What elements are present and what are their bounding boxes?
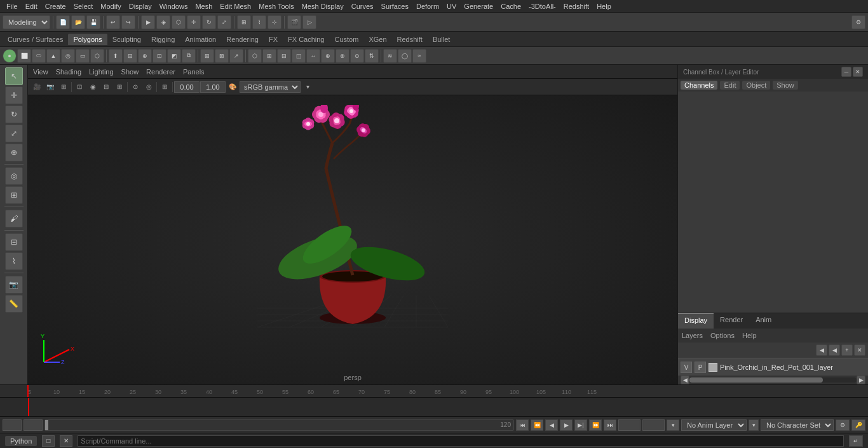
anim-layer-options-btn[interactable]: ▾ — [749, 419, 759, 431]
menu-redshift[interactable]: Redshift — [560, 1, 593, 11]
layers-menu[interactable]: Layers — [682, 332, 703, 339]
append-btn[interactable]: ⊕ — [138, 49, 152, 63]
color-space-icon[interactable]: 🎨 — [226, 81, 239, 93]
select-tool-btn[interactable]: ▶ — [141, 15, 155, 29]
menu-curves[interactable]: Curves — [348, 1, 377, 11]
extract-btn[interactable]: ↗ — [229, 49, 243, 63]
char-set-options-btn[interactable]: ⚙ — [836, 419, 850, 431]
menu-select[interactable]: Select — [70, 1, 97, 11]
out-frame-input[interactable]: 120 — [618, 419, 641, 431]
tab-fx[interactable]: FX — [264, 34, 283, 45]
connect-btn[interactable]: ⊞ — [262, 49, 276, 63]
dropdown-arrow[interactable]: ▾ — [301, 81, 314, 93]
cube-btn[interactable]: ⬜ — [17, 49, 31, 63]
options-menu[interactable]: Options — [710, 332, 735, 339]
step-back-btn[interactable]: ⏪ — [531, 419, 543, 431]
tab-rendering[interactable]: Rendering — [221, 34, 264, 45]
scale-tool-btn[interactable]: ⤢ — [217, 15, 231, 29]
layer-scrollbar[interactable]: ◀ ▶ — [678, 376, 868, 384]
cylinder-btn[interactable]: ⬭ — [32, 49, 46, 63]
viewport-canvas[interactable]: X Y Z persp — [28, 95, 677, 384]
plane-btn[interactable]: ▭ — [76, 49, 90, 63]
duplicate-face-btn[interactable]: ⧉ — [182, 49, 196, 63]
menu-edit[interactable]: Edit — [22, 1, 41, 11]
slide-edge-btn[interactable]: ↔ — [306, 49, 320, 63]
layer-prev-btn[interactable]: ◀ — [816, 344, 827, 356]
snap-to-grid[interactable]: ⊟ — [5, 233, 23, 251]
layer-delete-btn[interactable]: ✕ — [854, 344, 865, 356]
wedge-btn[interactable]: ◩ — [167, 49, 181, 63]
tab-sculpting[interactable]: Sculpting — [107, 34, 146, 45]
menu-help[interactable]: Help — [593, 1, 615, 11]
help-menu[interactable]: Help — [742, 332, 757, 339]
uv-icon[interactable]: ⊞ — [113, 81, 126, 93]
viewport-panels-menu[interactable]: Panels — [183, 68, 205, 76]
paint-weights-tool[interactable]: 🖌 — [5, 210, 23, 227]
tab-anim[interactable]: Anim — [749, 313, 778, 329]
python-tab[interactable]: Python — [5, 436, 37, 446]
menu-file[interactable]: File — [3, 1, 22, 11]
layer-playback-toggle[interactable]: P — [695, 362, 706, 373]
rotate-tool-btn[interactable]: ↻ — [202, 15, 216, 29]
menu-modify[interactable]: Modify — [97, 1, 125, 11]
viewport-shading-menu[interactable]: Shading — [56, 68, 81, 76]
ipr-btn[interactable]: ▷ — [302, 15, 316, 29]
key-settings-btn[interactable]: 🔑 — [851, 419, 865, 431]
camera-tool[interactable]: 📷 — [5, 276, 23, 294]
tab-polygons[interactable]: Polygons — [68, 34, 107, 45]
max-frame-input[interactable]: 200 — [642, 419, 665, 431]
menu-3dtoall[interactable]: -3DtoAll- — [525, 1, 560, 11]
close-script-btn[interactable]: ✕ — [60, 435, 72, 447]
anim-layer-dropdown[interactable]: No Anim Layer — [681, 419, 747, 431]
new-scene-btn[interactable]: 📄 — [56, 15, 70, 29]
layer-row[interactable]: V P Pink_Orchid_in_Red_Pot_001_layer — [678, 358, 868, 376]
tab-bullet[interactable]: Bullet — [428, 34, 456, 45]
tab-object[interactable]: Object — [742, 81, 770, 90]
separate-btn[interactable]: ⊠ — [215, 49, 229, 63]
viewport-show-menu[interactable]: Show — [121, 68, 139, 76]
tab-show[interactable]: Show — [773, 81, 798, 90]
time-slider[interactable]: 120 — [44, 419, 514, 431]
play-btn[interactable]: ▶ — [560, 419, 573, 431]
viewport-view-menu[interactable]: View — [33, 68, 48, 76]
frame-range-start-input[interactable]: 1 — [24, 419, 43, 431]
menu-mesh[interactable]: Mesh — [191, 1, 216, 11]
step-forward-btn[interactable]: ⏩ — [589, 419, 602, 431]
menu-uv[interactable]: UV — [443, 1, 460, 11]
scroll-right-btn[interactable]: ▶ — [857, 376, 865, 384]
camera-icon[interactable]: 🎥 — [31, 81, 43, 93]
tab-display[interactable]: Display — [678, 313, 714, 329]
universal-tool[interactable]: ⊕ — [5, 144, 23, 161]
menu-create[interactable]: Create — [41, 1, 70, 11]
redo-btn[interactable]: ↪ — [121, 15, 135, 29]
flip-btn[interactable]: ⇅ — [365, 49, 379, 63]
weld-btn[interactable]: ⊗ — [336, 49, 349, 63]
scroll-track[interactable] — [689, 377, 857, 383]
script-enter-btn[interactable]: ↵ — [849, 435, 863, 447]
offset-loop-btn[interactable]: ◫ — [292, 49, 306, 63]
extrude-btn[interactable]: ⬆ — [109, 49, 123, 63]
component-icon[interactable]: ⊟ — [100, 81, 112, 93]
move-tool[interactable]: ✛ — [5, 86, 23, 104]
smooth-shade-icon[interactable]: ◉ — [86, 81, 99, 93]
current-time-input[interactable]: 1 — [3, 419, 22, 431]
layer-next-btn[interactable]: ◀ — [829, 344, 840, 356]
menu-surfaces[interactable]: Surfaces — [377, 1, 412, 11]
scale-tool[interactable]: ⤢ — [5, 125, 23, 142]
grid-toggle[interactable]: ⊞ — [158, 81, 171, 93]
tab-animation[interactable]: Animation — [180, 34, 221, 45]
tab-curves-surfaces[interactable]: Curves / Surfaces — [3, 34, 68, 45]
combine-btn[interactable]: ⊞ — [200, 49, 214, 63]
scroll-left-btn[interactable]: ◀ — [681, 376, 689, 384]
panel-minimize-btn[interactable]: ─ — [841, 67, 851, 77]
measure-tool[interactable]: 📏 — [5, 295, 23, 313]
wireframe-icon[interactable]: ⊡ — [73, 81, 86, 93]
tab-xgen[interactable]: XGen — [363, 34, 391, 45]
layer-add-btn[interactable]: + — [841, 344, 853, 356]
char-set-dropdown[interactable]: No Character Set — [761, 419, 834, 431]
show-manipulator[interactable]: ⊞ — [5, 186, 23, 204]
viewport-lighting-menu[interactable]: Lighting — [89, 68, 114, 76]
bevel-btn[interactable]: ⬡ — [248, 49, 262, 63]
tab-custom[interactable]: Custom — [330, 34, 364, 45]
tab-edit[interactable]: Edit — [720, 81, 740, 90]
